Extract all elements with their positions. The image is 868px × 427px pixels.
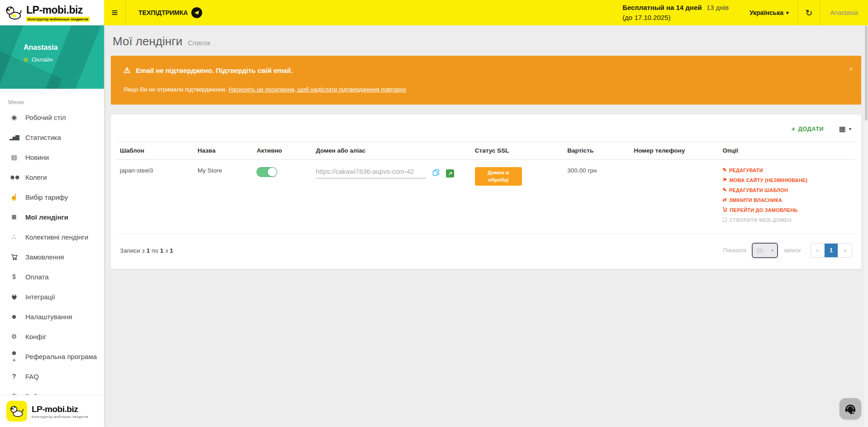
col-header-name[interactable]: Назва (194, 142, 253, 160)
sidebar-item-settings[interactable]: ☻ Налаштування (0, 307, 104, 326)
add-landing-button[interactable]: + ДОДАТИ (791, 125, 823, 133)
edit-template-option[interactable]: ✎ РЕДАГУВАТИ ШАБЛОН (722, 187, 852, 193)
landings-panel: + ДОДАТИ ▦ ▾ Шаблон Назва Активно Домен … (111, 115, 861, 269)
col-header-active[interactable]: Активно (253, 142, 312, 160)
open-landing-button[interactable]: ↗ (446, 169, 454, 178)
cell-price: 300.00 грн (564, 160, 630, 234)
option-label: МОВА САЙТУ (НЕЗМІНЮВАНЕ) (730, 178, 808, 183)
option-label: РЕДАГУВАТИ ШАБЛОН (729, 187, 788, 193)
sidebar-item-integrations[interactable]: Інтеграції (0, 287, 104, 307)
scrollbar-thumb[interactable] (865, 25, 868, 120)
col-header-domain[interactable]: Домен або аліас (312, 142, 471, 160)
dashboard-icon: ◉ (9, 114, 19, 121)
sidebar-item-orders[interactable]: Замовлення (0, 247, 104, 267)
col-header-phone[interactable]: Номер телефону (630, 142, 719, 160)
toggle-knob (268, 168, 277, 177)
stack-icon: ≣ (9, 213, 19, 221)
col-header-ssl[interactable]: Статус SSL (471, 142, 564, 160)
username-label: Anastasia (830, 9, 858, 16)
sidebar-item-label: Колеги (25, 173, 47, 181)
email-warning-banner: ⚠ Email не підтверджено. Підтвердіть сві… (111, 56, 861, 105)
sidebar-item-payment[interactable]: $ Оплата (0, 267, 104, 287)
pagination: « 1 » (811, 243, 852, 258)
sidebar-item-colleagues[interactable]: ☻☻ Колеги (0, 167, 104, 187)
hamburger-icon: ≡ (111, 6, 118, 19)
page-1-button[interactable]: 1 (825, 244, 838, 257)
question-icon: ? (9, 373, 19, 380)
trial-days-left: 13 днів (707, 4, 729, 11)
domain-input[interactable] (316, 167, 426, 178)
option-label: ЗМІНИТИ ВЛАСНИКА (729, 197, 782, 203)
page-size-select[interactable]: 20 ▾ (752, 243, 778, 258)
warning-icon: ⚠ (123, 66, 130, 75)
support-label: ТЕХПІДТРИМКА (138, 9, 188, 16)
sidebar-item-label: Робочий стіл (25, 114, 66, 121)
site-language-option[interactable]: ⚑ МОВА САЙТУ (НЕЗМІНЮВАНЕ) (722, 177, 852, 183)
sidebar-item-config[interactable]: ⚙ Конфіг (0, 326, 104, 346)
sidebar-item-label: Реферальна програма (25, 353, 97, 360)
go-to-orders-option[interactable]: ПЕРЕЙТИ ДО ЗАМОВЛЕНЬ (722, 207, 852, 213)
sidebar-item-statistics[interactable]: ▂▅▇ Статистика (0, 127, 104, 147)
close-icon[interactable]: × (849, 66, 853, 73)
option-label: СТВОРИТИ WEB-ДОМЕН (730, 217, 792, 223)
row-options: ✎ РЕДАГУВАТИ ⚑ МОВА САЙТУ (НЕЗМІНЮВАНЕ) … (722, 167, 852, 223)
dollar-icon: $ (9, 273, 19, 280)
support-chat-button[interactable] (840, 398, 861, 419)
yellow-header-bar: ≡ ТЕХПІДТРИМКА Бесплатный на 14 дней 13 … (104, 0, 868, 25)
menu-section-label: Меню (0, 89, 104, 107)
plug-icon (9, 293, 19, 301)
gears-icon: ⚙ (9, 333, 19, 340)
trial-info: Бесплатный на 14 дней 13 днів (до 17.10.… (611, 0, 740, 25)
sidebar-item-collective-landings[interactable]: ∴ Колективні лендінги (0, 227, 104, 247)
copy-icon[interactable] (432, 169, 440, 178)
prev-page-button[interactable]: « (811, 244, 825, 257)
app-logo[interactable]: LP-mobi.biz Конструктор мобильных лендин… (0, 0, 104, 25)
alert-line2-text: Якщо Ви не отримали підтвердження. (123, 86, 229, 93)
share-icon: ∴ (9, 233, 19, 240)
external-link-icon: ↗ (448, 171, 452, 177)
edit-option[interactable]: ✎ РЕДАГУВАТИ (722, 167, 852, 173)
show-label: Показати (723, 247, 746, 254)
next-page-button[interactable]: » (838, 244, 852, 257)
col-header-options[interactable]: Опції (719, 142, 856, 160)
support-link[interactable]: ТЕХПІДТРИМКА (126, 0, 215, 25)
sidebar-footer-logo[interactable]: LP-mobi.biz Конструктор мобільних лендін… (0, 395, 104, 427)
sidebar-item-faq[interactable]: ? FAQ (0, 366, 104, 386)
refresh-icon: ↻ (806, 8, 813, 18)
user-menu[interactable]: Anastasia (821, 0, 868, 25)
sidebar-item-referral[interactable]: ☻+ Реферальна програма (0, 346, 104, 366)
sidebar-item-my-landings[interactable]: ≣ Мої лендінги (0, 207, 104, 227)
trial-plan-name: Бесплатный на 14 дней (622, 4, 702, 11)
sidebar-item-tariff[interactable]: ☝ Вибір тарифу (0, 187, 104, 207)
refresh-button[interactable]: ↻ (798, 0, 821, 25)
edit-icon: ✎ (722, 167, 726, 173)
active-toggle[interactable] (256, 167, 277, 177)
trial-until-date: (до 17.10.2025) (622, 13, 729, 23)
table-grid-icon: ▦ (839, 125, 846, 133)
col-header-template[interactable]: Шаблон (116, 142, 194, 160)
telegram-icon (191, 7, 202, 18)
option-label: ПЕРЕЙТИ ДО ЗАМОВЛЕНЬ (730, 207, 797, 213)
language-label: Українська (749, 9, 783, 16)
breadcrumb: Список (188, 39, 210, 47)
sidebar-item-label: Вибір тарифу (25, 193, 68, 201)
edit-icon: ✎ (722, 187, 726, 193)
sidebar-item-label: Замовлення (25, 253, 64, 261)
sidebar-item-dashboard[interactable]: ◉ Робочий стіл (0, 107, 104, 127)
language-selector[interactable]: Українська ▾ (740, 0, 798, 25)
footer-logo-title: LP-mobi.biz (32, 404, 88, 414)
sidebar-item-news[interactable]: ▤ Новини (0, 147, 104, 167)
resend-confirmation-link[interactable]: Натисніть це посилання, щоб надіслати пі… (229, 86, 406, 93)
sidebar-item-label: FAQ (25, 373, 39, 380)
col-header-price[interactable]: Вартість (564, 142, 630, 160)
footer-logo-subtitle: Конструктор мобільних лендінгів (32, 415, 88, 418)
online-status-label: Онлайн (32, 56, 53, 63)
scrollbar[interactable] (864, 25, 868, 427)
table-footer: Записи з1 по1 з1 Показати 20 ▾ записи « … (116, 234, 856, 264)
user-plus-icon: ☻+ (9, 349, 19, 364)
create-web-domain-option: ❏ СТВОРИТИ WEB-ДОМЕН (722, 217, 852, 223)
logo-subtitle: Конструктор мобильных лендингов (26, 17, 90, 22)
change-owner-option[interactable]: ⇄ ЗМІНИТИ ВЛАСНИКА (722, 197, 852, 203)
sidebar-toggle-button[interactable]: ≡ (104, 0, 126, 25)
columns-dropdown[interactable]: ▦ ▾ (839, 125, 851, 133)
